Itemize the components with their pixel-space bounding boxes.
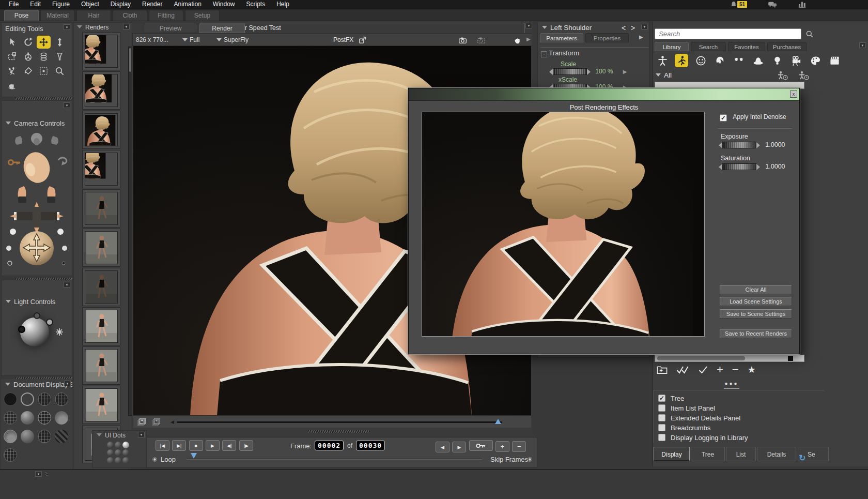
remove-icon[interactable]: − [732,366,739,373]
clear-all-button[interactable]: Clear All [720,285,792,294]
next-key-button[interactable]: ▶ [452,442,466,452]
tab-pose[interactable]: Pose [4,10,39,21]
pan-hand-icon[interactable] [513,35,523,45]
chain-break-tool[interactable] [37,50,51,63]
display-style-wireframe[interactable] [38,392,51,406]
sync-icon[interactable]: ↻ [799,453,805,463]
timeline-position-marker[interactable] [191,453,197,459]
dial-label-xscale[interactable]: xScale [559,76,577,83]
menu-edit[interactable]: Edit [24,0,47,9]
dial-options-icon[interactable]: ▶ [623,69,627,74]
saturation-value[interactable]: 1.0000 [765,163,785,170]
export-icon[interactable] [358,35,367,44]
scale-tool[interactable] [5,50,19,63]
snapshot-camera-icon[interactable] [458,36,468,45]
prev-actor-button[interactable]: < [622,24,626,32]
bottom-tab-display[interactable]: Display [654,447,690,461]
collapse-triangle-icon[interactable] [5,383,10,386]
prev-key-button[interactable]: ◀ [436,442,450,452]
double-check-icon[interactable] [676,366,690,374]
search-input[interactable]: Search [655,28,801,39]
search-icon[interactable] [805,30,814,38]
tab-favorites[interactable]: Favorites [728,42,765,51]
panel-menu-icon[interactable]: ▼ [525,23,532,28]
display-style-lit-wireframe[interactable] [4,411,17,425]
dial-value-scale[interactable]: 100 % [595,68,613,75]
scroll-left-icon[interactable]: ◀ [171,419,174,425]
slider-increment-icon[interactable] [756,164,760,170]
remove-frame-button[interactable]: − [512,441,526,452]
ui-dot[interactable] [115,449,121,456]
tab-library[interactable]: Library [655,42,689,51]
save-to-recent-renders-button[interactable]: Save to Recent Renders [720,329,792,338]
timeline-track[interactable] [187,459,482,460]
menu-render[interactable]: Render [136,0,168,9]
bottom-tab-tree[interactable]: Tree [691,447,725,461]
saturation-slider[interactable] [722,163,756,170]
tab-overflow-icon[interactable]: ▶ [639,34,643,40]
bottom-tab-details[interactable]: Details [757,447,796,461]
collapse-triangle-icon[interactable] [6,300,11,303]
display-style-texture-shaded[interactable] [55,430,68,443]
tab-fitting[interactable]: Fitting [149,10,183,21]
layers-icon[interactable] [137,418,146,427]
hands-category-icon[interactable] [732,54,746,67]
poses-category-icon[interactable] [675,54,688,67]
ui-dot[interactable] [122,457,129,464]
tab-properties[interactable]: Properties [585,33,629,42]
exposure-value[interactable]: 1.0000 [765,141,785,148]
render-thumbnail[interactable] [82,229,120,267]
menu-scripts[interactable]: Scripts [241,0,271,9]
tab-hair[interactable]: Hair [76,10,111,21]
compare-camera-icon[interactable] [477,36,486,45]
render-thumbnail[interactable] [82,268,120,306]
breadcrumbs-checkbox[interactable]: ✓ [658,424,665,431]
display-style-shaded-wire[interactable] [38,430,51,443]
menu-file[interactable]: File [3,0,24,9]
display-style-silhouette[interactable] [4,392,17,406]
denoise-checkbox[interactable]: ✓ [720,114,727,122]
first-frame-button[interactable]: |◀ [156,440,169,451]
light-node[interactable] [18,326,25,333]
library-hscroll-thumb[interactable] [657,356,745,360]
chat-icon[interactable] [768,1,777,8]
item-list-panel-checkbox[interactable]: ✓ [658,404,665,412]
add-folder-icon[interactable] [657,365,668,374]
slider-increment-icon[interactable] [756,142,760,148]
scrollbar-handle[interactable] [129,48,131,72]
panel-splitter[interactable] [16,97,72,100]
postfx-label[interactable]: PostFX [333,36,353,43]
render-thumbnail[interactable] [82,189,120,228]
check-icon[interactable] [699,366,708,374]
collapse-triangle-icon[interactable] [77,25,82,28]
last-frame-button[interactable]: ▶| [172,440,186,451]
tab-render[interactable]: Render [199,23,245,33]
menu-animation[interactable]: Animation [168,0,207,9]
render-thumbnail[interactable] [82,150,120,188]
rotate-tool[interactable] [21,36,35,49]
light-node[interactable] [34,312,40,319]
ui-dot[interactable] [122,449,129,456]
expand-arrow-icon[interactable]: ▶ [526,36,531,42]
scroll-position-marker[interactable] [495,419,501,424]
display-style-flat-lined[interactable] [38,411,51,425]
display-style-cartoon[interactable] [55,411,68,425]
library-hscroll-track[interactable] [655,355,804,362]
save-to-scene-settings-button[interactable]: Save to Scene Settings [720,309,792,319]
ui-dot-active[interactable] [122,442,129,448]
hair-category-icon[interactable] [713,54,726,67]
select-tool[interactable] [5,36,19,49]
dial-slider-scale[interactable] [553,68,587,75]
dial-increment-icon[interactable] [587,69,591,75]
panel-menu-icon[interactable]: ▼ [35,471,42,477]
engine-dropdown[interactable]: SuperFly [216,36,249,43]
display-style-extra[interactable] [4,448,17,462]
tab-setup[interactable]: Setup [185,10,220,21]
tab-material[interactable]: Material [40,10,75,21]
panel-menu-icon[interactable]: ▼ [64,24,70,30]
vertical-scrollbar[interactable] [128,47,132,416]
step-forward-button[interactable]: |▶ [239,440,253,451]
panel-menu-icon[interactable]: ▼ [64,282,70,288]
taper-tool[interactable] [53,50,67,63]
notifications-button[interactable]: 51 [730,1,747,8]
